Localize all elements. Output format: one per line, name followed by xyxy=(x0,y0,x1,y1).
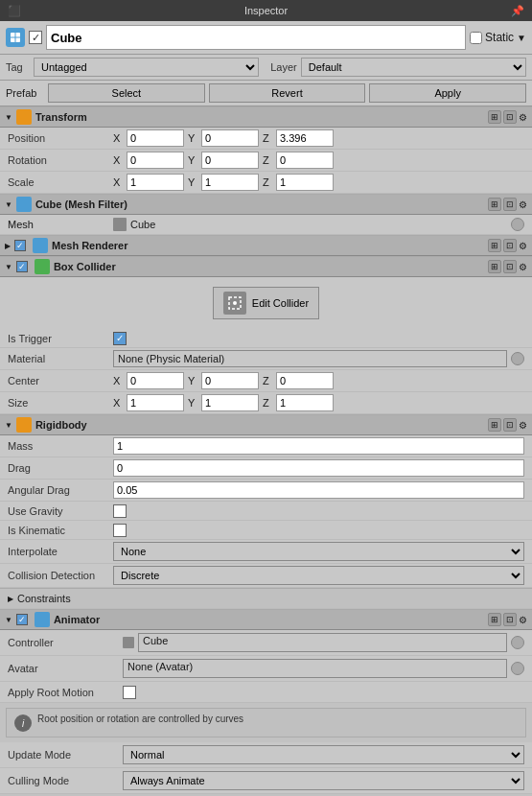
scale-x-input[interactable] xyxy=(127,174,184,191)
material-label: Material xyxy=(8,353,113,364)
center-xyz: X Y Z xyxy=(113,372,524,389)
layer-select[interactable]: Default xyxy=(301,58,526,77)
position-x-input[interactable] xyxy=(127,129,184,147)
drag-input[interactable] xyxy=(113,459,524,477)
collision-detection-select[interactable]: Discrete Continuous Continuous Dynamic xyxy=(113,566,524,585)
material-selector-button[interactable] xyxy=(511,352,524,365)
box-collider-enable-checkbox[interactable] xyxy=(16,261,28,272)
size-x-input[interactable] xyxy=(127,394,184,411)
size-z-input[interactable] xyxy=(276,394,334,411)
box-collider-header[interactable]: ▼ Box Collider ⊞ ⊡ ⚙ xyxy=(0,256,532,277)
rigidbody-properties: Mass Drag Angular Drag Use Gravity Is Ki… xyxy=(0,435,532,609)
edit-collider-label: Edit Collider xyxy=(252,297,309,309)
object-active-checkbox[interactable] xyxy=(29,31,42,44)
controller-field: Cube xyxy=(138,633,507,652)
static-checkbox[interactable] xyxy=(470,32,482,44)
scale-y-input[interactable] xyxy=(201,174,259,191)
mesh-filter-arrow: ▼ xyxy=(5,200,12,209)
size-y-input[interactable] xyxy=(201,394,259,411)
box-collider-icons: ⊞ ⊡ ⚙ xyxy=(488,260,527,273)
scale-row: Scale X Y Z xyxy=(0,172,532,194)
mesh-renderer-title: Mesh Renderer xyxy=(52,240,484,251)
transform-snap-icon[interactable]: ⊡ xyxy=(503,110,517,124)
box-collider-snap-icon[interactable]: ⊡ xyxy=(503,260,517,273)
rigidbody-icon xyxy=(16,417,32,433)
interpolate-row: Interpolate None Interpolate Extrapolate xyxy=(0,540,532,564)
mesh-renderer-gear-icon[interactable]: ⚙ xyxy=(519,241,527,251)
rigidbody-gear-icon[interactable]: ⚙ xyxy=(519,420,527,431)
static-label: Static xyxy=(485,31,514,44)
box-collider-layout-icon[interactable]: ⊞ xyxy=(488,260,501,273)
center-z-input[interactable] xyxy=(276,372,334,389)
is-kinematic-checkbox[interactable] xyxy=(113,524,127,537)
rigidbody-snap-icon[interactable]: ⊡ xyxy=(503,418,517,432)
object-name-input[interactable] xyxy=(46,25,466,50)
animator-layout-icon[interactable]: ⊞ xyxy=(488,613,501,626)
mesh-renderer-snap-icon[interactable]: ⊡ xyxy=(503,239,517,252)
controller-row: Controller Cube xyxy=(0,630,532,656)
rotation-y-input[interactable] xyxy=(201,152,259,169)
transform-gear-icon[interactable]: ⚙ xyxy=(519,112,527,123)
center-y-input[interactable] xyxy=(201,372,259,389)
controller-selector-button[interactable] xyxy=(511,636,524,649)
mesh-selector-button[interactable] xyxy=(511,218,524,231)
rigidbody-header[interactable]: ▼ Rigidbody ⊞ ⊡ ⚙ xyxy=(0,414,532,435)
pin-icon[interactable]: 📌 xyxy=(511,5,524,17)
rotation-row: Rotation X Y Z xyxy=(0,150,532,172)
scale-z-input[interactable] xyxy=(276,174,334,191)
avatar-value-row: None (Avatar) xyxy=(123,659,524,678)
info-text: Root position or rotation are controlled… xyxy=(37,714,243,724)
update-mode-label: Update Mode xyxy=(8,749,123,761)
apply-root-motion-checkbox[interactable] xyxy=(123,686,136,699)
update-mode-select[interactable]: Normal AnimatePhysics UnscaledTime xyxy=(123,745,524,764)
rotation-x-input[interactable] xyxy=(127,152,184,169)
mass-input[interactable] xyxy=(113,437,524,455)
use-gravity-row: Use Gravity xyxy=(0,502,532,521)
edit-collider-button[interactable]: Edit Collider xyxy=(213,287,319,319)
position-xyz: X Y Z xyxy=(113,129,524,147)
rotation-xyz: X Y Z xyxy=(113,152,524,169)
animator-enable-checkbox[interactable] xyxy=(16,614,28,625)
mesh-filter-snap-icon[interactable]: ⊡ xyxy=(503,198,517,211)
is-trigger-checkbox[interactable] xyxy=(113,332,127,345)
animator-snap-icon[interactable]: ⊡ xyxy=(503,613,517,626)
size-label: Size xyxy=(8,397,113,409)
size-row: Size X Y Z xyxy=(0,392,532,414)
prefab-revert-button[interactable]: Revert xyxy=(209,83,366,103)
prefab-apply-button[interactable]: Apply xyxy=(369,83,526,103)
angular-drag-label: Angular Drag xyxy=(8,484,113,496)
box-collider-gear-icon[interactable]: ⚙ xyxy=(519,262,527,272)
constraints-row[interactable]: ▶ Constraints xyxy=(0,588,532,609)
use-gravity-checkbox[interactable] xyxy=(113,504,127,518)
mesh-property-row: Mesh Cube xyxy=(0,215,532,235)
mesh-renderer-layout-icon[interactable]: ⊞ xyxy=(488,239,501,252)
material-row: Material None (Physic Material) xyxy=(0,348,532,370)
mesh-asset-name: Cube xyxy=(130,219,155,230)
position-z-input[interactable] xyxy=(276,129,334,147)
mesh-filter-header[interactable]: ▼ Cube (Mesh Filter) ⊞ ⊡ ⚙ xyxy=(0,194,532,215)
angular-drag-input[interactable] xyxy=(113,481,524,499)
interpolate-select[interactable]: None Interpolate Extrapolate xyxy=(113,542,524,561)
mesh-filter-gear-icon[interactable]: ⚙ xyxy=(519,199,527,210)
rotation-z-input[interactable] xyxy=(276,152,334,169)
mesh-filter-title: Cube (Mesh Filter) xyxy=(35,199,484,210)
center-x-input[interactable] xyxy=(127,372,184,389)
mesh-filter-layout-icon[interactable]: ⊞ xyxy=(488,198,501,211)
tag-select[interactable]: Untagged xyxy=(34,58,259,77)
mass-label: Mass xyxy=(8,440,113,452)
mesh-renderer-header[interactable]: ▶ Mesh Renderer ⊞ ⊡ ⚙ xyxy=(0,235,532,256)
avatar-selector-button[interactable] xyxy=(511,662,524,675)
prefab-select-button[interactable]: Select xyxy=(48,83,205,103)
animator-header[interactable]: ▼ Animator ⊞ ⊡ ⚙ xyxy=(0,609,532,630)
mesh-renderer-enable-checkbox[interactable] xyxy=(14,240,26,251)
transform-layout-icon[interactable]: ⊞ xyxy=(488,110,501,124)
is-kinematic-label: Is Kinematic xyxy=(8,525,113,536)
animator-icon xyxy=(35,612,50,627)
position-y-input[interactable] xyxy=(201,129,259,147)
animator-gear-icon[interactable]: ⚙ xyxy=(519,615,527,625)
culling-mode-select[interactable]: Always Animate Cull Update Transforms Cu… xyxy=(123,771,524,790)
transform-header[interactable]: ▼ Transform ⊞ ⊡ ⚙ xyxy=(0,106,532,128)
update-mode-row: Update Mode Normal AnimatePhysics Unscal… xyxy=(0,742,532,768)
rigidbody-layout-icon[interactable]: ⊞ xyxy=(488,418,501,432)
static-dropdown-arrow[interactable]: ▼ xyxy=(517,33,526,43)
